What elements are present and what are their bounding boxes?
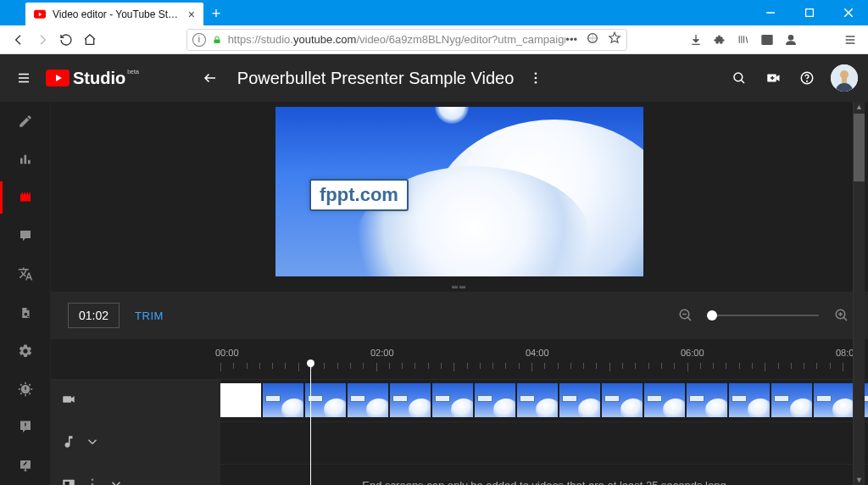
rail-whatsnew[interactable] bbox=[0, 370, 51, 408]
new-tab-button[interactable]: + bbox=[203, 3, 229, 25]
endscreen-track[interactable]: End screens can only be added to videos … bbox=[51, 465, 868, 485]
ruler-tick: 00:00 bbox=[215, 348, 239, 358]
help-button[interactable] bbox=[797, 68, 817, 88]
library-icon[interactable] bbox=[732, 29, 754, 51]
svg-rect-1 bbox=[806, 9, 814, 17]
downloads-icon[interactable] bbox=[685, 29, 707, 51]
timeline-ruler[interactable]: 00:00 02:00 04:00 06:00 08:09 bbox=[51, 339, 868, 380]
endscreen-message: End screens can only be added to videos … bbox=[362, 479, 726, 485]
url-text: https://studio.youtube.com/video/6a9zm8B… bbox=[228, 33, 566, 46]
timeline-thumbnail[interactable] bbox=[517, 383, 558, 417]
audio-track[interactable] bbox=[51, 422, 868, 465]
svg-rect-16 bbox=[20, 158, 23, 164]
svg-point-8 bbox=[535, 81, 537, 84]
rail-comments[interactable] bbox=[0, 217, 51, 255]
rail-subtitles[interactable] bbox=[0, 255, 51, 293]
timeline-thumbnail[interactable] bbox=[771, 383, 812, 417]
site-info-icon[interactable]: i bbox=[192, 33, 206, 47]
search-button[interactable] bbox=[729, 68, 749, 88]
hamburger-menu-icon[interactable] bbox=[839, 29, 861, 51]
window-maximize-button[interactable] bbox=[790, 0, 829, 25]
timeline-thumbnail[interactable] bbox=[644, 383, 685, 417]
reader-mode-icon[interactable] bbox=[586, 31, 599, 47]
rail-settings[interactable] bbox=[0, 332, 51, 370]
ruler-tick: 04:00 bbox=[526, 348, 549, 358]
browser-home-button[interactable] bbox=[78, 28, 102, 52]
timeline-thumbnail[interactable] bbox=[814, 383, 854, 417]
panel-resize-handle[interactable]: ══ bbox=[452, 282, 467, 291]
studio-logo[interactable]: Studio beta bbox=[46, 69, 137, 88]
trim-button[interactable]: TRIM bbox=[135, 309, 164, 322]
zoom-slider[interactable] bbox=[709, 315, 819, 316]
zoom-out-button[interactable] bbox=[676, 306, 695, 325]
lock-icon bbox=[211, 34, 223, 46]
close-tab-button[interactable]: × bbox=[188, 8, 195, 20]
svg-rect-18 bbox=[28, 160, 31, 164]
endscreen-track-icon bbox=[61, 477, 76, 485]
svg-point-6 bbox=[535, 72, 537, 75]
svg-rect-15 bbox=[842, 77, 847, 84]
video-title: Powerbullet Presenter Sample Video bbox=[237, 69, 514, 88]
browser-back-button[interactable] bbox=[7, 28, 31, 52]
endscreen-track-expand[interactable] bbox=[108, 477, 124, 485]
timeline-thumbnail[interactable] bbox=[729, 383, 770, 417]
account-icon[interactable] bbox=[780, 29, 802, 51]
current-time-display[interactable]: 01:02 bbox=[68, 303, 120, 328]
svg-point-7 bbox=[535, 77, 537, 80]
more-options-button[interactable] bbox=[524, 66, 548, 90]
page-actions-icon[interactable]: ••• bbox=[565, 33, 577, 46]
audio-track-icon bbox=[61, 434, 76, 452]
browser-tab[interactable]: Video editor - YouTube Studio × bbox=[25, 3, 203, 25]
youtube-icon bbox=[46, 70, 70, 86]
zoom-slider-knob[interactable] bbox=[707, 310, 717, 321]
playhead[interactable] bbox=[310, 366, 311, 485]
rail-feedback[interactable] bbox=[0, 409, 51, 447]
window-close-button[interactable] bbox=[829, 0, 868, 25]
timeline-thumbnail[interactable] bbox=[432, 383, 473, 417]
timeline-thumbnail[interactable] bbox=[559, 383, 600, 417]
zoom-in-button[interactable] bbox=[832, 306, 851, 325]
browser-reload-button[interactable] bbox=[54, 28, 78, 52]
scrollbar[interactable]: ▲ ▼ bbox=[853, 102, 865, 485]
ruler-tick: 02:00 bbox=[370, 348, 394, 358]
create-button[interactable] bbox=[763, 68, 783, 88]
timeline-thumbnail[interactable] bbox=[390, 383, 431, 417]
timeline-thumbnail[interactable] bbox=[220, 383, 261, 417]
svg-rect-4 bbox=[762, 35, 772, 44]
video-track[interactable] bbox=[51, 380, 868, 422]
account-avatar[interactable] bbox=[831, 64, 858, 92]
back-button[interactable] bbox=[197, 64, 224, 92]
timeline-thumbnail[interactable] bbox=[305, 383, 346, 417]
rail-editor[interactable] bbox=[0, 178, 51, 216]
beta-label: beta bbox=[127, 69, 139, 75]
timeline-thumbnail[interactable] bbox=[602, 383, 643, 417]
rail-creator-studio[interactable] bbox=[0, 447, 51, 485]
timeline-thumbnail[interactable] bbox=[475, 383, 515, 417]
svg-rect-2 bbox=[214, 39, 220, 43]
rail-analytics[interactable] bbox=[0, 140, 51, 178]
sidebar-icon[interactable] bbox=[756, 29, 778, 51]
studio-text: Studio bbox=[73, 69, 125, 88]
timeline-thumbnail[interactable] bbox=[687, 383, 727, 417]
svg-rect-24 bbox=[63, 396, 71, 403]
address-bar[interactable]: i https://studio.youtube.com/video/6a9zm… bbox=[186, 29, 627, 51]
audio-track-expand[interactable] bbox=[85, 434, 100, 452]
video-preview[interactable]: fppt.com bbox=[275, 107, 643, 276]
rail-other[interactable] bbox=[0, 293, 51, 332]
timeline-thumbnail[interactable] bbox=[348, 383, 388, 417]
svg-point-27 bbox=[92, 479, 93, 481]
rail-details[interactable] bbox=[0, 102, 51, 140]
svg-point-5 bbox=[788, 35, 793, 39]
endscreen-more-icon[interactable] bbox=[85, 477, 100, 485]
bookmark-icon[interactable] bbox=[608, 31, 621, 47]
svg-point-19 bbox=[24, 312, 27, 315]
svg-rect-17 bbox=[24, 155, 26, 164]
window-minimize-button[interactable] bbox=[751, 0, 790, 25]
preview-overlay-text: fppt.com bbox=[309, 179, 409, 211]
video-track-icon bbox=[61, 392, 76, 410]
browser-forward-button[interactable] bbox=[31, 28, 54, 52]
menu-button[interactable] bbox=[10, 64, 37, 92]
timeline-thumbnail[interactable] bbox=[263, 383, 303, 417]
svg-rect-21 bbox=[20, 460, 31, 469]
extensions-icon[interactable] bbox=[709, 29, 731, 51]
